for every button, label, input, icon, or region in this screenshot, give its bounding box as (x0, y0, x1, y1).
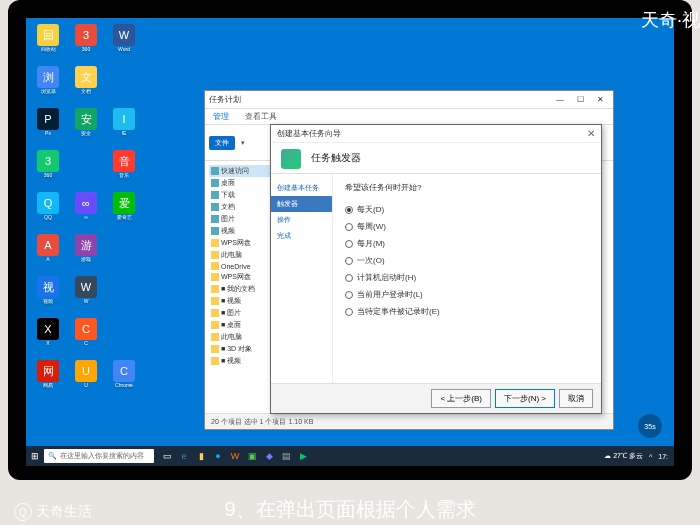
desktop-icon[interactable]: 网网易 (34, 360, 62, 389)
nav-item[interactable]: ■ 视频 (209, 355, 274, 367)
nav-item[interactable]: 此电脑 (209, 331, 274, 343)
desktop-icon[interactable]: IIE (110, 108, 138, 137)
trigger-option[interactable]: 当前用户登录时(L) (345, 286, 589, 303)
wizard-content: 希望该任务何时开始? 每天(D)每周(W)每月(M)一次(O)计算机启动时(H)… (333, 174, 601, 386)
cancel-button[interactable]: 取消 (559, 389, 593, 408)
desktop-icon[interactable]: CC (72, 318, 100, 347)
desktop-icon[interactable]: 游游戏 (72, 234, 100, 263)
create-task-wizard: 创建基本任务向导 ✕ 任务触发器 创建基本任务触发器操作完成 希望该任务何时开始… (270, 124, 602, 414)
wizard-close-button[interactable]: ✕ (587, 128, 595, 139)
nav-item[interactable]: WPS网盘 (209, 237, 274, 249)
radio-button[interactable] (345, 257, 353, 265)
option-label: 每周(W) (357, 221, 386, 232)
trigger-option[interactable]: 每周(W) (345, 218, 589, 235)
window-titlebar[interactable]: 任务计划 — ☐ ✕ (205, 91, 613, 109)
trigger-option[interactable]: 计算机启动时(H) (345, 269, 589, 286)
nav-item[interactable]: 桌面 (209, 177, 274, 189)
app-icon[interactable]: ● (211, 449, 225, 463)
nav-item[interactable]: 此电脑 (209, 249, 274, 261)
status-bar: 20 个项目 选中 1 个项目 1.10 KB (205, 413, 613, 429)
option-label: 每天(D) (357, 204, 384, 215)
option-label: 一次(O) (357, 255, 385, 266)
edge-icon[interactable]: e (177, 449, 191, 463)
toolbar-item[interactable]: ▾ (237, 137, 249, 149)
desktop-icon[interactable]: XX (34, 318, 62, 347)
desktop-icon[interactable]: CChrome (110, 360, 138, 389)
start-button[interactable]: ⊞ (28, 449, 42, 463)
desktop-icon[interactable]: 回回收站 (34, 24, 62, 53)
desktop-icon[interactable]: ∞∞ (72, 192, 100, 221)
ribbon-tab[interactable]: 管理 (213, 111, 229, 122)
desktop-icon[interactable]: 3360 (72, 24, 100, 53)
desktop-icon[interactable]: 浏浏览器 (34, 66, 62, 95)
radio-button[interactable] (345, 291, 353, 299)
task-view-icon[interactable]: ▭ (160, 449, 174, 463)
desktop-icon[interactable]: 爱爱奇艺 (110, 192, 138, 221)
ribbon-tabs: 管理 查看工具 (205, 109, 613, 125)
explorer-icon[interactable]: ▮ (194, 449, 208, 463)
desktop-icon[interactable]: 安安全 (72, 108, 100, 137)
wizard-step[interactable]: 操作 (271, 212, 332, 228)
file-button[interactable]: 文件 (209, 136, 235, 150)
wizard-question: 希望该任务何时开始? (345, 182, 589, 193)
system-tray[interactable]: ☁ 27℃ 多云 ^ 17: (604, 451, 672, 461)
nav-item[interactable]: ■ 3D 对象 (209, 343, 274, 355)
minimize-button[interactable]: — (551, 94, 569, 106)
nav-item[interactable]: ■ 视频 (209, 295, 274, 307)
desktop-screen: 回回收站3360WWord浏浏览器文文档PPs安安全IIE3360音音乐QQQ∞… (26, 18, 674, 466)
desktop-icon[interactable]: 视视频 (34, 276, 62, 305)
nav-item[interactable]: WPS网盘 (209, 271, 274, 283)
wizard-step[interactable]: 创建基本任务 (271, 180, 332, 196)
desktop-icon[interactable]: AA (34, 234, 62, 263)
navigation-pane[interactable]: 快速访问桌面下载文档图片视频WPS网盘此电脑OneDriveWPS网盘■ 我的文… (205, 161, 279, 411)
wizard-steps-sidebar: 创建基本任务触发器操作完成 (271, 174, 333, 386)
desktop-icon[interactable]: 文文档 (72, 66, 100, 95)
desktop-icon[interactable]: 3360 (34, 150, 62, 179)
app-icon[interactable]: ▶ (296, 449, 310, 463)
trigger-option[interactable]: 每月(M) (345, 235, 589, 252)
desktop-icon[interactable]: QQQ (34, 192, 62, 221)
app-icon[interactable]: ◆ (262, 449, 276, 463)
desktop-icon[interactable]: WWord (110, 24, 138, 53)
search-input[interactable]: 🔍 在这里输入你要搜索的内容 (44, 449, 154, 463)
radio-button[interactable] (345, 206, 353, 214)
radio-button[interactable] (345, 308, 353, 316)
maximize-button[interactable]: ☐ (571, 94, 589, 106)
desktop-icon[interactable]: PPs (34, 108, 62, 137)
watermark-bottom-left: 天奇生活 (14, 503, 92, 521)
trigger-option[interactable]: 当特定事件被记录时(E) (345, 303, 589, 320)
nav-item[interactable]: 下载 (209, 189, 274, 201)
back-button[interactable]: < 上一步(B) (431, 389, 491, 408)
nav-item[interactable]: 图片 (209, 213, 274, 225)
nav-item[interactable]: ■ 桌面 (209, 319, 274, 331)
wizard-step[interactable]: 触发器 (271, 196, 332, 212)
option-label: 计算机启动时(H) (357, 272, 416, 283)
ribbon-tab[interactable]: 查看工具 (245, 111, 277, 122)
app-icon[interactable]: W (228, 449, 242, 463)
wizard-titlebar[interactable]: 创建基本任务向导 ✕ (271, 125, 601, 143)
desktop-icon[interactable]: WW (72, 276, 100, 305)
nav-item[interactable]: OneDrive (209, 261, 274, 271)
radio-button[interactable] (345, 223, 353, 231)
desktop-icon[interactable]: 音音乐 (110, 150, 138, 179)
nav-item[interactable]: 视频 (209, 225, 274, 237)
nav-item[interactable]: 文档 (209, 201, 274, 213)
clock[interactable]: 17: (658, 453, 668, 460)
wizard-step[interactable]: 完成 (271, 228, 332, 244)
nav-item[interactable]: 快速访问 (209, 165, 274, 177)
close-button[interactable]: ✕ (591, 94, 609, 106)
nav-item[interactable]: ■ 我的文档 (209, 283, 274, 295)
nav-item[interactable]: ■ 图片 (209, 307, 274, 319)
trigger-option[interactable]: 一次(O) (345, 252, 589, 269)
radio-button[interactable] (345, 240, 353, 248)
option-label: 当前用户登录时(L) (357, 289, 423, 300)
radio-button[interactable] (345, 274, 353, 282)
trigger-option[interactable]: 每天(D) (345, 201, 589, 218)
watermark-top-right: 天奇·视 (641, 8, 700, 32)
weather-widget[interactable]: ☁ 27℃ 多云 (604, 451, 643, 461)
tray-icon[interactable]: ^ (649, 453, 652, 460)
desktop-icon[interactable]: UU (72, 360, 100, 389)
next-button[interactable]: 下一步(N) > (495, 389, 555, 408)
app-icon[interactable]: ▤ (279, 449, 293, 463)
app-icon[interactable]: ▣ (245, 449, 259, 463)
